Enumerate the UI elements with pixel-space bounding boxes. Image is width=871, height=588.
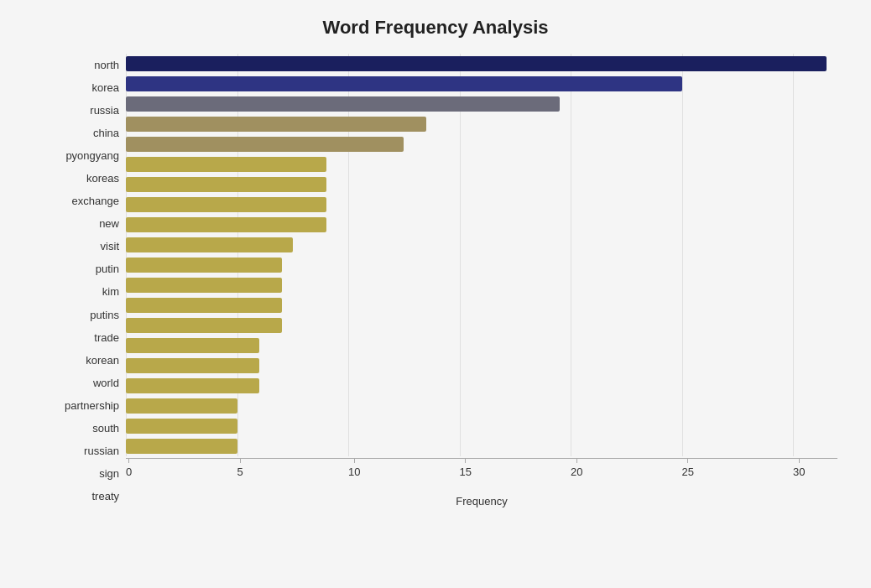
x-tick-label-15: 15: [460, 466, 472, 478]
chart-container: Word Frequency Analysis northkorearussia…: [0, 0, 871, 588]
bar-russia: [126, 96, 560, 112]
bar-partnership: [126, 358, 259, 373]
y-label-korean: korean: [86, 349, 119, 372]
bar-kim: [126, 258, 282, 273]
x-tick-line-0: [128, 459, 129, 463]
bar-korean: [126, 318, 282, 333]
bar-row-north: [126, 54, 837, 74]
x-tick-20: 20: [571, 459, 582, 478]
y-label-korea: korea: [91, 76, 119, 99]
bar-row-putin: [126, 235, 837, 255]
y-label-south: south: [92, 417, 119, 440]
y-label-treaty: treaty: [91, 485, 119, 507]
x-tick-label-10: 10: [348, 466, 360, 478]
bar-putins: [126, 278, 282, 293]
bars-area: [126, 54, 837, 456]
bars-column: [126, 54, 837, 456]
y-label-china: china: [93, 122, 119, 144]
bar-row-koreas: [126, 154, 837, 174]
bar-row-korea: [126, 74, 837, 94]
x-tick-10: 10: [348, 459, 360, 478]
bar-row-russia: [126, 94, 837, 114]
bar-row-kim: [126, 255, 837, 275]
y-label-world: world: [93, 372, 119, 394]
bar-korea: [126, 76, 682, 91]
bar-exchange: [126, 177, 326, 192]
bar-row-putins: [126, 275, 837, 295]
bar-row-pyongyang: [126, 134, 837, 154]
x-tick-label-5: 5: [237, 466, 243, 478]
y-label-sign: sign: [99, 462, 119, 485]
x-tick-line-30: [799, 459, 800, 463]
bar-visit: [126, 217, 326, 232]
bar-row-sign: [126, 416, 837, 436]
y-label-trade: trade: [94, 326, 119, 349]
bar-row-exchange: [126, 174, 837, 195]
chart-area: northkorearussiachinapyongyangkoreasexch…: [34, 54, 837, 507]
x-tick-0: 0: [126, 459, 132, 478]
bar-putin: [126, 237, 293, 252]
bars-and-x: 051015202530 Frequency: [126, 54, 837, 507]
x-tick-line-25: [687, 459, 688, 463]
bar-row-treaty: [126, 436, 837, 456]
bar-row-china: [126, 114, 837, 134]
y-label-north: north: [94, 54, 119, 76]
x-axis-title: Frequency: [126, 495, 837, 507]
y-label-new: new: [99, 212, 119, 235]
bar-row-trade: [126, 295, 837, 315]
x-tick-15: 15: [460, 459, 472, 478]
y-label-russian: russian: [84, 440, 119, 462]
y-label-pyongyang: pyongyang: [65, 144, 119, 167]
x-tick-line-5: [240, 459, 241, 463]
bar-pyongyang: [126, 137, 404, 152]
y-label-russia: russia: [90, 99, 119, 122]
bar-treaty: [126, 439, 237, 454]
bar-russian: [126, 398, 237, 414]
x-tick-label-25: 25: [682, 466, 694, 478]
y-label-visit: visit: [101, 235, 119, 258]
y-label-partnership: partnership: [65, 394, 119, 417]
bar-row-visit: [126, 215, 837, 235]
x-tick-line-15: [465, 459, 466, 463]
x-axis: 051015202530: [126, 458, 837, 492]
bar-koreas: [126, 157, 326, 172]
bar-south: [126, 378, 259, 393]
bar-row-new: [126, 195, 837, 215]
bar-row-world: [126, 336, 837, 356]
x-tick-line-20: [576, 459, 577, 463]
bar-new: [126, 197, 326, 212]
y-label-exchange: exchange: [72, 190, 119, 212]
chart-title: Word Frequency Analysis: [34, 17, 837, 39]
x-tick-label-30: 30: [793, 466, 805, 478]
bar-sign: [126, 419, 237, 434]
y-labels: northkorearussiachinapyongyangkoreasexch…: [34, 54, 126, 507]
x-tick-30: 30: [793, 459, 805, 478]
bar-row-korean: [126, 315, 837, 336]
bar-north: [126, 56, 827, 71]
y-label-putin: putin: [96, 258, 119, 280]
y-label-putins: putins: [90, 304, 119, 326]
bar-row-russian: [126, 396, 837, 416]
x-tick-label-0: 0: [126, 466, 132, 478]
x-tick-line-10: [354, 459, 355, 463]
x-tick-25: 25: [682, 459, 694, 478]
x-tick-5: 5: [237, 459, 243, 478]
bar-row-partnership: [126, 356, 837, 376]
bar-world: [126, 338, 259, 353]
bar-china: [126, 117, 426, 132]
bar-trade: [126, 298, 282, 313]
y-label-koreas: koreas: [86, 167, 119, 190]
y-label-kim: kim: [102, 280, 119, 303]
bar-row-south: [126, 376, 837, 396]
x-tick-label-20: 20: [571, 466, 582, 478]
